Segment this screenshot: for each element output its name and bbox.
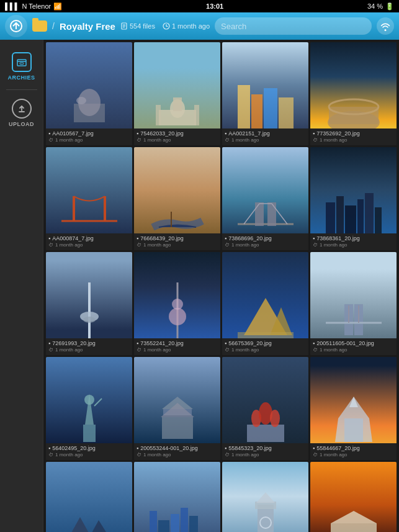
svg-rect-20	[156, 105, 161, 125]
thumbnail-bg	[46, 42, 132, 128]
thumbnail-bg	[310, 357, 397, 443]
app-logo[interactable]	[5, 15, 27, 37]
sidebar-item-archives[interactable]: ArChIeS	[0, 46, 43, 87]
status-right: 34 % 🔋	[367, 2, 394, 11]
file-date-text: 1 month ago	[143, 452, 171, 458]
grid-item[interactable]: ▪ 56402495_20.jpg ⏱ 1 month ago	[46, 357, 132, 460]
file-icon: ▪	[225, 235, 226, 241]
svg-rect-42	[357, 199, 364, 233]
sidebar-divider	[6, 89, 37, 90]
grid-item[interactable]: ▪ 73868696_20.jpg ⏱ 1 month ago	[222, 147, 308, 250]
grid-item[interactable]: ▪ 77352692_20.jpg ⏱ 1 month ago	[310, 42, 397, 145]
file-name-text: 200553244-001_20.jpg	[140, 445, 198, 451]
thumbnail-bg	[46, 147, 132, 233]
file-name: ▪ 56675369_20.jpg	[225, 340, 306, 346]
file-date-text: 1 month ago	[55, 242, 83, 248]
upload-svg	[17, 104, 27, 114]
thumbnail	[46, 147, 132, 233]
file-date-text: 1 month ago	[320, 137, 347, 143]
svg-point-47	[83, 317, 96, 323]
file-name-text: 75462033_20.jpg	[140, 130, 184, 137]
svg-rect-84	[331, 523, 377, 532]
svg-marker-85	[331, 511, 377, 523]
image-grid: ▪ AA010567_7.jpg ⏱ 1 month ago ▪ 7546203…	[45, 41, 398, 532]
modified-item: 1 month ago	[163, 22, 210, 30]
signal-icon: ▌▌▌	[5, 2, 19, 10]
grid-container[interactable]: ▪ AA010567_7.jpg ⏱ 1 month ago ▪ 7546203…	[43, 40, 399, 532]
thumbnail-bg	[222, 252, 308, 338]
grid-item-info: ▪ AA002151_7.jpg ⏱ 1 month ago	[222, 128, 308, 145]
svg-marker-73	[85, 520, 114, 532]
file-count-icon	[120, 22, 128, 30]
grid-item[interactable]: ▪ AA010567_7.jpg ⏱ 1 month ago	[46, 42, 132, 145]
grid-item-info: ▪ 55845323_20.jpg ⏱ 1 month ago	[222, 443, 308, 460]
grid-item[interactable]: ▪ AA000874_7.jpg ⏱ 1 month ago	[46, 147, 132, 250]
grid-item[interactable]: ▪ 55845323_20.jpg ⏱ 1 month ago	[222, 357, 308, 460]
thumbnail	[134, 462, 220, 532]
svg-rect-23	[251, 94, 262, 128]
thumbnail-bg	[46, 252, 132, 338]
file-icon: ▪	[137, 445, 138, 451]
file-name-text: AA002151_7.jpg	[228, 130, 270, 137]
grid-item[interactable]: ▪ 200553244-001_20.jpg ⏱ 1 month ago	[134, 357, 220, 460]
search-input[interactable]	[215, 17, 372, 35]
sidebar-item-upload[interactable]: UPLOAD	[0, 92, 43, 133]
svg-rect-40	[336, 196, 344, 233]
file-icon: ▪	[313, 235, 315, 241]
grid-item[interactable]: ▪ 200545058-001_20.jpg ⏱ 1 month ago	[222, 462, 308, 532]
grid-item-info: ▪ AA010567_7.jpg ⏱ 1 month ago	[46, 128, 132, 145]
file-date: ⏱ 1 month ago	[48, 452, 130, 458]
svg-marker-82	[256, 492, 275, 503]
svg-rect-59	[83, 425, 96, 442]
grid-item[interactable]: ▪ 200511605-001_20.jpg ⏱ 1 month ago	[310, 252, 397, 355]
file-date: ⏱ 1 month ago	[137, 242, 218, 248]
file-date: ⏱ 1 month ago	[225, 452, 306, 458]
thumbnail-bg	[222, 147, 308, 233]
grid-item[interactable]: ▪ 200512445-001_20.jpg ⏱ 1 month ago	[310, 462, 397, 532]
grid-item-info: ▪ 56675369_20.jpg ⏱ 1 month ago	[222, 338, 308, 355]
file-icon: ▪	[313, 340, 315, 346]
breadcrumb-sep: /	[52, 21, 55, 31]
file-name: ▪ AA010567_7.jpg	[48, 130, 130, 137]
file-name-text: AA010567_7.jpg	[52, 130, 94, 137]
file-date: ⏱ 1 month ago	[48, 347, 130, 353]
date-clock-icon: ⏱	[137, 347, 141, 353]
grid-item[interactable]: ▪ 73868361_20.jpg ⏱ 1 month ago	[310, 147, 397, 250]
grid-item[interactable]: ▪ 76668439_20.jpg ⏱ 1 month ago	[134, 147, 220, 250]
file-date-text: 1 month ago	[143, 137, 171, 143]
grid-item[interactable]: ▪ 75462033_20.jpg ⏱ 1 month ago	[134, 42, 220, 145]
svg-rect-35	[267, 202, 276, 226]
grid-item[interactable]: ▪ 73552241_20.jpg ⏱ 1 month ago	[134, 252, 220, 355]
grid-item[interactable]: ▪ 72691993_20.jpg ⏱ 1 month ago	[46, 252, 132, 355]
network-icon[interactable]	[377, 17, 394, 35]
file-date: ⏱ 1 month ago	[313, 137, 394, 143]
grid-item[interactable]: ▪ AA002151_7.jpg ⏱ 1 month ago	[222, 42, 308, 145]
thumbnail-bg	[310, 147, 397, 233]
grid-item[interactable]: ▪ 200523151-001_20.jpg ⏱ 1 month ago	[134, 462, 220, 532]
date-clock-icon: ⏱	[225, 242, 230, 248]
folder-name: Royalty Free	[60, 21, 115, 32]
svg-line-61	[94, 399, 102, 406]
grid-item[interactable]: ▪ 55844047_20.jpg ⏱ 1 month ago	[46, 462, 132, 532]
svg-point-69	[270, 410, 280, 427]
date-clock-icon: ⏱	[137, 137, 141, 143]
thumbnail-bg	[134, 147, 220, 233]
file-name: ▪ 76668439_20.jpg	[137, 235, 218, 241]
grid-item[interactable]: ▪ 55844667_20.jpg ⏱ 1 month ago	[310, 357, 397, 460]
grid-item[interactable]: ▪ 56675369_20.jpg ⏱ 1 month ago	[222, 252, 308, 355]
battery-icon: 🔋	[385, 2, 394, 11]
thumbnail-bg	[134, 252, 220, 338]
thumbnail	[222, 42, 308, 128]
folder-icon	[32, 20, 47, 32]
svg-rect-11	[20, 63, 24, 65]
svg-marker-72	[65, 517, 96, 532]
status-time: 13:01	[206, 2, 223, 10]
file-name-text: 77352692_20.jpg	[316, 130, 360, 137]
svg-rect-43	[365, 193, 374, 233]
file-name-text: 76668439_20.jpg	[140, 235, 184, 241]
thumbnail	[222, 462, 308, 532]
svg-rect-77	[171, 514, 179, 532]
grid-item-info: ▪ 73868696_20.jpg ⏱ 1 month ago	[222, 233, 308, 250]
svg-point-49	[169, 308, 186, 325]
file-name-text: 73552241_20.jpg	[140, 340, 184, 346]
